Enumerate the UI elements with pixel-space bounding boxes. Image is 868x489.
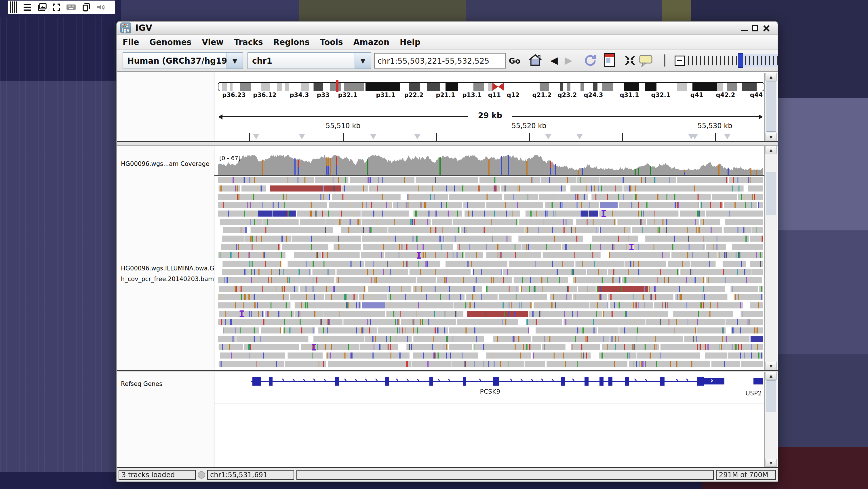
cancel-button[interactable] xyxy=(198,471,205,479)
scroll-up-button[interactable]: ▲ xyxy=(766,73,776,81)
strand-arrow-icon: › xyxy=(520,375,523,385)
strand-arrow-icon: › xyxy=(509,375,513,385)
strand-arrow-icon: › xyxy=(437,375,440,385)
gene-panel-scrollbar[interactable]: ▲ ▼ xyxy=(765,372,777,467)
menu-icon[interactable] xyxy=(23,2,32,12)
gene-exon[interactable] xyxy=(585,377,589,385)
strand-arrow-icon: › xyxy=(292,375,295,385)
gene-exon[interactable] xyxy=(660,377,664,385)
scroll-down-button[interactable]: ▼ xyxy=(766,362,776,370)
gene-exon[interactable] xyxy=(704,378,724,384)
strand-arrow-icon: › xyxy=(323,375,327,385)
strand-arrow-icon: › xyxy=(344,375,347,385)
gene-exon[interactable] xyxy=(335,377,339,385)
desktop-patch xyxy=(299,0,466,23)
taskbar-grip[interactable] xyxy=(10,1,17,13)
gene-name-label[interactable]: USP2 xyxy=(745,390,762,397)
scroll-up-button[interactable]: ▲ xyxy=(766,146,776,154)
message-status xyxy=(297,470,714,480)
strand-arrow-icon: › xyxy=(416,375,420,385)
fullscreen-icon[interactable] xyxy=(52,3,61,12)
memory-status: 291M of 700M xyxy=(716,470,776,480)
scrollbar-thumb[interactable] xyxy=(766,172,776,215)
strand-arrow-icon: › xyxy=(375,375,378,385)
gene-intron-line xyxy=(251,381,724,382)
strand-arrow-icon: › xyxy=(551,375,554,385)
status-bar: 3 tracks loaded chr1:55,531,691 291M of … xyxy=(117,468,778,482)
strand-arrow-icon: › xyxy=(710,376,713,385)
tracks-loaded-status: 3 tracks loaded xyxy=(119,470,196,480)
gene-exon[interactable] xyxy=(463,377,466,385)
desktop-patch xyxy=(777,354,868,455)
strand-arrow-icon: › xyxy=(406,375,409,385)
screenshot-icon[interactable] xyxy=(37,2,47,12)
strand-arrow-icon: › xyxy=(685,375,689,385)
gene-name-label[interactable]: PCSK9 xyxy=(480,388,500,395)
alignment-panel-scrollbar[interactable]: ▲ ▼ xyxy=(765,146,777,370)
gene-exon[interactable] xyxy=(753,378,763,384)
gene-exon[interactable] xyxy=(609,377,613,385)
strand-arrow-icon: › xyxy=(281,375,285,385)
gene-exon[interactable] xyxy=(625,377,629,385)
strand-arrow-icon: › xyxy=(571,375,575,385)
volume-icon[interactable] xyxy=(96,2,106,12)
gene-exon[interactable] xyxy=(429,377,433,385)
gene-exon[interactable] xyxy=(252,377,261,385)
ideogram-panel-scrollbar[interactable]: ▲ ▼ xyxy=(765,73,777,141)
strand-arrow-icon: › xyxy=(478,375,482,385)
strand-arrow-icon: › xyxy=(540,375,544,385)
scroll-up-button[interactable]: ▲ xyxy=(766,372,776,380)
gene-exon[interactable] xyxy=(385,377,389,385)
desktop-patch xyxy=(777,98,868,230)
copy-icon[interactable] xyxy=(81,2,91,12)
keyboard-icon[interactable] xyxy=(66,2,76,13)
gene-exon[interactable] xyxy=(561,377,565,385)
gene-exon[interactable] xyxy=(599,377,603,385)
desktop-texture xyxy=(0,17,116,472)
gene-exon[interactable] xyxy=(697,377,704,385)
strand-arrow-icon: › xyxy=(447,375,451,385)
gene-exon[interactable] xyxy=(269,377,273,385)
scrollbar-thumb[interactable] xyxy=(766,380,776,412)
desktop-patch xyxy=(466,0,693,23)
gene-row-divider xyxy=(214,403,765,403)
strand-arrow-icon: › xyxy=(644,375,648,385)
strand-arrow-icon: › xyxy=(675,375,679,385)
strand-arrow-icon: › xyxy=(396,375,399,385)
strand-arrow-icon: › xyxy=(364,375,368,385)
gene-track-area[interactable]: PCSK9 USP2 ›››››››››››››››››››››››››› xyxy=(117,22,778,467)
cursor-position-status: chr1:55,531,691 xyxy=(207,470,294,480)
scroll-down-button[interactable]: ▼ xyxy=(766,459,776,467)
strand-arrow-icon: › xyxy=(634,375,637,385)
strand-arrow-icon: › xyxy=(302,375,306,385)
gene-exon[interactable] xyxy=(493,377,499,385)
desktop-patch xyxy=(777,230,868,354)
scroll-down-button[interactable]: ▼ xyxy=(766,133,776,141)
desktop-patch xyxy=(121,0,305,22)
strand-arrow-icon: › xyxy=(530,375,534,385)
strand-arrow-icon: › xyxy=(354,375,358,385)
desktop-taskbar[interactable] xyxy=(8,1,115,14)
scrollbar-thumb[interactable] xyxy=(766,82,776,132)
igv-window[interactable]: igv IGV File Genomes View Tracks Regions… xyxy=(116,21,778,482)
strand-arrow-icon: › xyxy=(313,375,316,385)
